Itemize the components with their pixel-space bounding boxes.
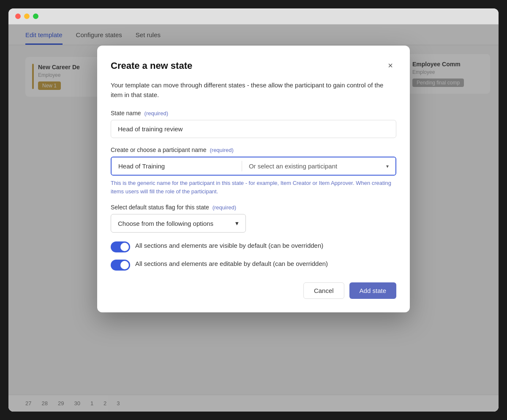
toggle-visible-label: All sections and elements are visible by… [135,241,323,250]
toggle-visible-row: All sections and elements are visible by… [111,241,396,252]
modal-footer: Cancel Add state [111,282,396,299]
status-flag-select[interactable]: Choose from the following options ▾ [111,214,246,233]
modal-create-state: Create a new state × Your template can m… [97,46,410,312]
app-window: Edit template Configure states Set rules… [8,8,499,412]
modal-header: Create a new state × [111,59,396,72]
participant-row: Or select an existing participant ▾ [111,157,396,176]
participant-hint: This is the generic name for the partici… [111,179,396,195]
state-name-label: State name (required) [111,110,396,117]
titlebar [8,8,499,24]
cancel-button[interactable]: Cancel [303,282,344,299]
app-content: Edit template Configure states Set rules… [8,24,499,412]
toggle-visible[interactable] [111,241,130,252]
add-state-button[interactable]: Add state [349,282,396,299]
toggle-editable-slider [111,260,130,271]
toggle-visible-slider [111,241,130,252]
state-name-input[interactable] [111,120,396,138]
state-name-group: State name (required) [111,110,396,138]
status-flag-label: Select default status flag for this stat… [111,204,396,211]
status-flag-chevron-icon: ▾ [235,219,239,227]
participant-select-label: Or select an existing participant [249,163,383,170]
status-flag-placeholder: Choose from the following options [118,220,213,227]
participant-label: Create or choose a participant name (req… [111,146,396,153]
toggle-editable-row: All sections and elements are editable b… [111,259,396,271]
toggle-editable-label: All sections and elements are editable b… [135,259,328,268]
maximize-traffic-light[interactable] [33,14,38,19]
modal-overlay: Create a new state × Your template can m… [8,24,499,412]
toggle-editable[interactable] [111,260,130,271]
modal-description: Your template can move through different… [111,81,396,100]
modal-title: Create a new state [111,60,192,71]
participant-select-wrapper[interactable]: Or select an existing participant ▾ [242,157,395,175]
participant-name-input[interactable] [112,157,242,175]
close-traffic-light[interactable] [15,14,21,19]
participant-group: Create or choose a participant name (req… [111,146,396,195]
minimize-traffic-light[interactable] [24,14,30,19]
status-flag-group: Select default status flag for this stat… [111,204,396,233]
traffic-lights [15,14,38,19]
modal-close-button[interactable]: × [384,59,396,72]
chevron-down-icon: ▾ [386,163,389,169]
